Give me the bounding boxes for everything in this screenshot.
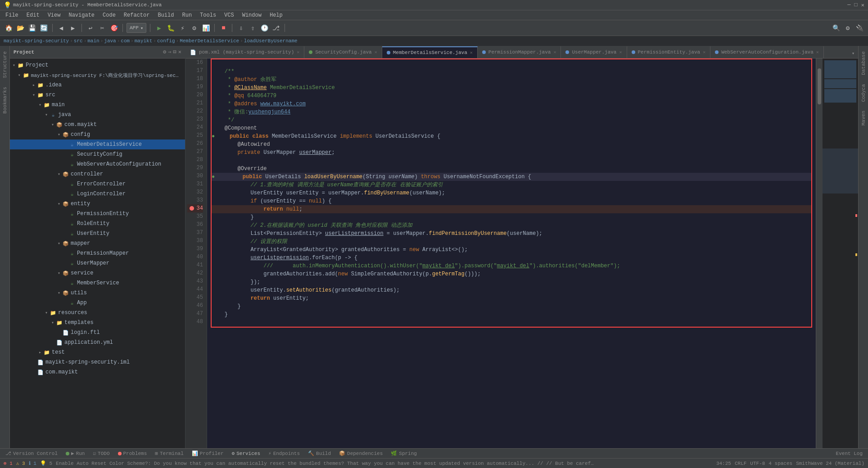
tree-idea[interactable]: ▸ 📁 .idea [10, 80, 185, 90]
security-tab-close[interactable]: ✕ [375, 50, 377, 55]
app-selector[interactable]: APP ▾ [127, 23, 146, 33]
breadcrumb-com[interactable]: com [121, 38, 130, 44]
tree-project[interactable]: ▾ 📁 mayikt-spring-security F:\商业化项目学习\sp… [10, 70, 185, 80]
vertical-scrollbar[interactable] [816, 58, 822, 448]
tabs-overflow[interactable]: ▾ [848, 48, 858, 58]
toolbar-cut[interactable]: ✂ [97, 23, 107, 33]
toolbar-back[interactable]: ◀ [56, 23, 66, 33]
dependencies-tab[interactable]: 📦 Dependencies [335, 450, 386, 457]
maven-tab[interactable]: Maven [859, 107, 868, 129]
tree-permission-mapper[interactable]: ☕ PermissionMapper [10, 248, 185, 258]
tree-app[interactable]: ☕ App [10, 298, 185, 308]
hint-count[interactable]: 💡 5 [40, 460, 52, 466]
endpoints-tab[interactable]: ⚡ Endpoints [265, 450, 303, 457]
debug-btn[interactable]: 🐛 [166, 23, 176, 33]
ws-tab-close[interactable]: ✕ [816, 50, 819, 55]
pm-tab-close[interactable]: ✕ [553, 50, 556, 55]
breadcrumb-root[interactable]: mayikt-spring-security [4, 38, 69, 44]
code-content[interactable]: /** * @author 余胜军 * @ClassName MemberDet… [207, 58, 816, 448]
menu-help[interactable]: Help [266, 11, 286, 19]
terminal-tab[interactable]: ⊞ Terminal [151, 450, 187, 457]
tree-controller[interactable]: ▾ 📦 controller [10, 169, 185, 179]
tree-webserver[interactable]: ☕ WebServerAutoConfiguration [10, 159, 185, 169]
tree-mapper[interactable]: ▾ 📦 mapper [10, 238, 185, 248]
menu-tools[interactable]: Tools [196, 11, 220, 19]
run-coverage[interactable]: ⚡ [177, 23, 187, 33]
breadcrumb-mayikt[interactable]: mayikt [135, 38, 153, 44]
tree-login[interactable]: 📄 login.ftl [10, 328, 185, 338]
menu-edit[interactable]: Edit [23, 11, 43, 19]
breadcrumb-src[interactable]: src [74, 38, 83, 44]
tab-permission-mapper[interactable]: PermissionMapper.java ✕ [478, 46, 561, 58]
menu-window[interactable]: Window [239, 11, 265, 19]
tree-user-mapper[interactable]: ☕ UserMapper [10, 258, 185, 268]
info-count[interactable]: ℹ 1 [29, 460, 36, 466]
problems-tab[interactable]: Problems [114, 450, 151, 457]
code-editor[interactable]: 16 17 18 19 20 21 22 23 24 25 26 27 28 2… [185, 58, 816, 448]
menu-run[interactable]: Run [178, 11, 195, 19]
theme[interactable]: SmithWave 24 (Material) [796, 461, 864, 466]
pom-tab-close[interactable]: ✕ [297, 50, 299, 55]
run-config[interactable]: ⚙ [189, 23, 199, 33]
maximize-btn[interactable]: □ [854, 2, 858, 9]
breadcrumb-method[interactable]: loadUserByUsername [244, 38, 298, 44]
breadcrumb-main[interactable]: main [87, 38, 99, 44]
toolbar-home[interactable]: 🏠 [4, 23, 14, 33]
git-update[interactable]: ⇩ [236, 23, 246, 33]
tree-user-entity[interactable]: ☕ UserEntity [10, 229, 185, 238]
breadcrumb-java[interactable]: java [104, 38, 116, 44]
bookmarks-tab[interactable]: Bookmarks [1, 83, 9, 117]
structure-tab[interactable]: Structure [1, 48, 9, 81]
tab-member-details[interactable]: MemberDetailsService.java ✕ [382, 46, 478, 58]
close-btn[interactable]: ✕ [861, 2, 864, 9]
tree-templates[interactable]: ▾ 📁 templates [10, 318, 185, 328]
tab-pom[interactable]: 📄 pom.xml (mayikt-spring-security) ✕ [185, 46, 304, 58]
tree-member-details[interactable]: ☕ MemberDetailsService [10, 140, 185, 149]
git-branch[interactable]: ⎇ [271, 23, 281, 33]
codyca-tab[interactable]: Codyca [859, 81, 868, 106]
charset[interactable]: UTF-8 [750, 461, 765, 466]
search-everywhere[interactable]: 🔍 [831, 23, 841, 33]
tree-security-config[interactable]: ☕ SecurityConfig [10, 149, 185, 159]
scrollbar-thumb[interactable] [818, 68, 821, 104]
panel-settings[interactable]: ⚙ [163, 49, 166, 55]
tab-webserver[interactable]: WebServerAutoConfiguration.java ✕ [710, 46, 824, 58]
tree-error-controller[interactable]: ☕ ErrorController [10, 179, 185, 189]
menu-code[interactable]: Code [99, 11, 119, 19]
tree-login-controller[interactable]: ☕ LoginController [10, 189, 185, 199]
menu-refactor[interactable]: Refactor [120, 11, 154, 19]
line-ending[interactable]: CRLF [735, 461, 746, 466]
panel-expand[interactable]: ⇒ [168, 49, 171, 55]
profile-btn[interactable]: 📊 [201, 23, 211, 33]
plugins-btn[interactable]: 🔌 [854, 23, 864, 33]
pe-tab-close[interactable]: ✕ [703, 50, 705, 55]
tree-service[interactable]: ▾ 📦 service [10, 268, 185, 278]
event-log-tab[interactable]: Event Log [832, 450, 866, 457]
breadcrumb-class[interactable]: MemberDetailsService [180, 38, 239, 44]
todo-tab[interactable]: ☑ TODO [89, 450, 113, 457]
spring-tab[interactable]: 🌿 Spring [387, 450, 420, 457]
panel-close[interactable]: ✕ [178, 49, 181, 55]
tree-application[interactable]: 📄 application.yml [10, 338, 185, 347]
version-control-tab[interactable]: ⎇ Version Control [2, 450, 61, 457]
run-tab[interactable]: ▶ Run [62, 450, 88, 457]
menu-view[interactable]: View [44, 11, 64, 19]
tab-security[interactable]: SecurityConfig.java ✕ [304, 46, 382, 58]
tab-permission-entity[interactable]: PermissionEntity.java ✕ [627, 46, 711, 58]
build-tab[interactable]: 🔨 Build [304, 450, 335, 457]
indent[interactable]: 4 spaces [769, 461, 792, 466]
tree-test[interactable]: ▸ 📁 test [10, 347, 185, 357]
tree-entity[interactable]: ▾ 📦 entity [10, 199, 185, 209]
breadcrumb-config[interactable]: config [157, 38, 175, 44]
member-tab-close[interactable]: ✕ [470, 50, 473, 55]
panel-collapse[interactable]: ⊟ [173, 49, 176, 55]
tree-config[interactable]: ▾ 📦 config [10, 130, 185, 140]
cursor-position[interactable]: 34:25 [716, 461, 731, 466]
git-push[interactable]: ⇧ [248, 23, 258, 33]
tree-root[interactable]: ▾ 📁 Project [10, 60, 185, 70]
tree-src[interactable]: ▾ 📁 src [10, 90, 185, 100]
minimize-btn[interactable]: — [847, 2, 850, 9]
profiler-tab[interactable]: 📊 Profiler [188, 450, 227, 457]
tree-java[interactable]: ▾ ☕ java [10, 110, 185, 120]
toolbar-forward[interactable]: ▶ [68, 23, 78, 33]
